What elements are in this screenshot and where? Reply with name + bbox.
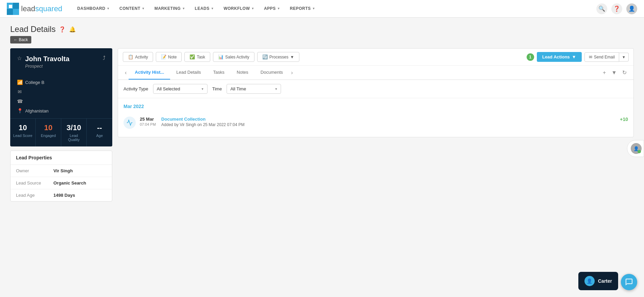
property-lead-age: Lead Age 1498 Days bbox=[11, 189, 112, 201]
chat-widget[interactable] bbox=[621, 274, 637, 290]
svg-rect-3 bbox=[13, 9, 19, 15]
marketing-caret: ▼ bbox=[182, 7, 185, 10]
activity-time: 07:04 PM bbox=[140, 122, 156, 126]
star-icon[interactable]: ☆ bbox=[17, 55, 22, 62]
lead-location: Afghanistan bbox=[25, 108, 49, 113]
activity-desc: Added by Vir Singh on 25 Mar 2022 07:04 … bbox=[161, 122, 614, 127]
back-button[interactable]: ← Back bbox=[10, 36, 31, 43]
filters-row: Activity Type All Selected Time All Time bbox=[118, 80, 633, 98]
activity-date: 25 Mar bbox=[140, 117, 156, 122]
carter-avatar: 👤 bbox=[584, 276, 595, 286]
notification-badge[interactable]: 1 bbox=[527, 53, 534, 61]
toolbar: 📋 Activity 📝 Note ✅ Task 📊 Sales Activit… bbox=[118, 49, 633, 66]
user-btn[interactable]: 👤 bbox=[626, 3, 637, 14]
activity-btn[interactable]: 📋 Activity bbox=[123, 52, 153, 62]
nav-reports[interactable]: REPORTS ▼ bbox=[285, 0, 320, 18]
lead-status: Prospect bbox=[25, 64, 69, 69]
online-user-indicator[interactable]: 👤 bbox=[627, 140, 644, 157]
chart-icon: 📶 bbox=[17, 80, 22, 85]
content-caret: ▼ bbox=[142, 7, 145, 10]
help-btn[interactable]: ❓ bbox=[611, 3, 622, 14]
page-title: Lead Details bbox=[10, 24, 55, 34]
note-btn[interactable]: 📝 Note bbox=[156, 52, 182, 62]
stat-age: -- Age bbox=[87, 119, 112, 146]
property-owner: Owner Vir Singh bbox=[11, 165, 112, 177]
lead-email-row: ✉ bbox=[10, 87, 112, 97]
tab-activity-history[interactable]: Activity Hist... bbox=[129, 66, 170, 80]
nav-dashboard[interactable]: DASHBOARD ▼ bbox=[72, 0, 115, 18]
nav-apps[interactable]: APPS ▼ bbox=[259, 0, 285, 18]
nav-content[interactable]: CONTENT ▼ bbox=[115, 0, 150, 18]
apps-caret: ▼ bbox=[277, 7, 280, 10]
lead-source-value: Organic Search bbox=[53, 180, 86, 186]
lead-source-label: Lead Source bbox=[16, 180, 53, 186]
tab-refresh-btn[interactable]: ↻ bbox=[620, 68, 629, 77]
send-email-btn[interactable]: ✉ Send Email bbox=[584, 52, 619, 62]
tab-add-btn[interactable]: + bbox=[601, 68, 608, 77]
tab-dropdown-btn[interactable]: ▼ bbox=[609, 68, 619, 77]
lead-stats: 10 Lead Score 10 Engaged 3/10 Lead Quali… bbox=[10, 118, 112, 146]
activity-type-select-wrapper: All Selected bbox=[153, 84, 208, 94]
stat-lead-quality-value: 3/10 bbox=[64, 123, 84, 132]
tab-prev-btn[interactable]: ‹ bbox=[123, 66, 129, 79]
activity-content: Mar 2022 25 Mar 07:04 PM Document Co bbox=[118, 98, 633, 137]
tab-lead-details[interactable]: Lead Details bbox=[170, 66, 207, 80]
nav-right: 🔍 ❓ 👤 bbox=[596, 3, 637, 14]
tab-next-btn[interactable]: › bbox=[289, 66, 295, 79]
nav-items: DASHBOARD ▼ CONTENT ▼ MARKETING ▼ LEADS … bbox=[72, 0, 596, 18]
time-select[interactable]: All Time bbox=[227, 84, 281, 94]
nav-marketing[interactable]: MARKETING ▼ bbox=[150, 0, 190, 18]
stat-lead-quality-label: Lead Quality bbox=[64, 134, 84, 142]
sales-activity-icon: 📊 bbox=[218, 54, 224, 59]
stat-engaged-label: Engaged bbox=[38, 134, 58, 138]
avatar-wrap: 👤 bbox=[631, 143, 642, 154]
processes-icon: 🔄 bbox=[262, 54, 268, 59]
task-label: Task bbox=[197, 55, 205, 59]
info-icon[interactable]: ❓ bbox=[59, 26, 66, 33]
stat-engaged-value: 10 bbox=[38, 123, 58, 132]
online-dot bbox=[638, 150, 641, 153]
tab-notes[interactable]: Notes bbox=[231, 66, 254, 80]
processes-btn[interactable]: 🔄 Processes ▼ bbox=[257, 52, 299, 62]
activity-date-section: 25 Mar 07:04 PM bbox=[140, 117, 156, 126]
sales-activity-btn[interactable]: 📊 Sales Activity bbox=[213, 52, 254, 62]
bell-icon[interactable]: 🔔 bbox=[69, 26, 76, 33]
page-header: Lead Details ❓ 🔔 bbox=[10, 24, 634, 34]
send-email-group: ✉ Send Email ▼ bbox=[584, 52, 629, 62]
send-email-dropdown-btn[interactable]: ▼ bbox=[619, 53, 629, 62]
navbar: leadsquared DASHBOARD ▼ CONTENT ▼ MARKET… bbox=[0, 0, 644, 18]
tab-tasks[interactable]: Tasks bbox=[207, 66, 231, 80]
sales-activity-label: Sales Activity bbox=[225, 55, 249, 59]
logo[interactable]: leadsquared bbox=[7, 3, 62, 15]
tab-documents[interactable]: Documents bbox=[254, 66, 289, 80]
tab-actions: + ▼ ↻ bbox=[601, 68, 629, 77]
carter-name: Carter bbox=[598, 278, 612, 284]
left-panel: ☆ John Travolta Prospect ⤴ 📶 College B ✉ bbox=[10, 48, 112, 202]
lead-properties-header: Lead Properties bbox=[11, 151, 112, 165]
nav-workflow[interactable]: WORKFLOW ▼ bbox=[219, 0, 259, 18]
activity-wave-icon bbox=[126, 119, 133, 126]
note-icon: 📝 bbox=[161, 54, 166, 59]
main-layout: ☆ John Travolta Prospect ⤴ 📶 College B ✉ bbox=[10, 48, 634, 202]
lead-name: John Travolta bbox=[25, 55, 69, 63]
stat-lead-score-value: 10 bbox=[13, 123, 33, 132]
activity-title[interactable]: Document Collection bbox=[161, 117, 614, 122]
lead-college: College B bbox=[25, 80, 44, 85]
tabs-row: ‹ Activity Hist... Lead Details Tasks No… bbox=[118, 66, 633, 80]
activity-icon: 📋 bbox=[128, 54, 133, 59]
lead-phone-row: ☎ bbox=[10, 97, 112, 106]
nav-leads[interactable]: LEADS ▼ bbox=[190, 0, 219, 18]
leads-caret: ▼ bbox=[211, 7, 214, 10]
search-btn[interactable]: 🔍 bbox=[596, 3, 607, 14]
carter-popup[interactable]: 👤 Carter bbox=[578, 272, 618, 290]
share-icon[interactable]: ⤴ bbox=[103, 55, 105, 61]
time-label: Time bbox=[212, 86, 222, 91]
task-btn[interactable]: ✅ Task bbox=[184, 52, 210, 62]
owner-label: Owner bbox=[16, 168, 53, 173]
lead-actions-label: Lead Actions bbox=[542, 54, 570, 59]
activity-label: Activity bbox=[135, 55, 148, 59]
activity-item: 25 Mar 07:04 PM Document Collection Adde… bbox=[123, 114, 628, 132]
logo-icon bbox=[7, 3, 19, 15]
activity-type-select[interactable]: All Selected bbox=[153, 84, 208, 94]
lead-actions-btn[interactable]: Lead Actions ▼ bbox=[537, 52, 582, 62]
